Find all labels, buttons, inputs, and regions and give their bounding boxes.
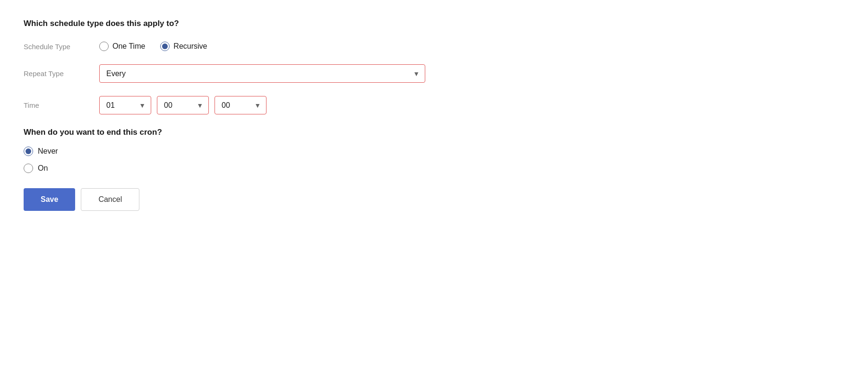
minute-select-wrapper: 00 15 30 45 ▼ [157, 96, 209, 114]
page-container: Which schedule type does this apply to? … [0, 0, 520, 230]
on-option[interactable]: On [24, 164, 496, 173]
on-radio[interactable] [24, 164, 33, 173]
recursive-radio[interactable] [160, 42, 170, 51]
minute-select[interactable]: 00 15 30 45 [157, 96, 209, 114]
time-group: 01 02 03 04 05 06 07 08 09 10 11 12 ▼ [99, 96, 266, 114]
end-section: When do you want to end this cron? Never… [24, 128, 496, 173]
schedule-section: Which schedule type does this apply to? … [24, 19, 496, 114]
on-label[interactable]: On [38, 164, 48, 173]
button-group: Save Cancel [24, 188, 496, 211]
hour-select[interactable]: 01 02 03 04 05 06 07 08 09 10 11 12 [99, 96, 151, 114]
cancel-button[interactable]: Cancel [81, 188, 139, 211]
schedule-section-title: Which schedule type does this apply to? [24, 19, 496, 28]
one-time-option[interactable]: One Time [99, 42, 145, 51]
recursive-option[interactable]: Recursive [160, 42, 207, 51]
never-option[interactable]: Never [24, 147, 496, 156]
time-label: Time [24, 101, 99, 109]
repeat-type-select[interactable]: Every Daily Weekly Monthly [99, 64, 425, 83]
repeat-type-select-wrapper: Every Daily Weekly Monthly ▼ [99, 64, 425, 83]
repeat-type-row: Repeat Type Every Daily Weekly Monthly ▼ [24, 64, 496, 83]
end-options-group: Never On [24, 147, 496, 173]
time-row: Time 01 02 03 04 05 06 07 08 09 10 11 [24, 96, 496, 114]
second-select[interactable]: 00 15 30 45 [215, 96, 266, 114]
one-time-label[interactable]: One Time [112, 42, 145, 51]
hour-select-wrapper: 01 02 03 04 05 06 07 08 09 10 11 12 ▼ [99, 96, 151, 114]
schedule-type-row: Schedule Type One Time Recursive [24, 42, 496, 51]
never-radio[interactable] [24, 147, 33, 156]
schedule-type-radio-group: One Time Recursive [99, 42, 207, 51]
save-button[interactable]: Save [24, 188, 75, 211]
never-label[interactable]: Never [38, 147, 58, 156]
repeat-type-label: Repeat Type [24, 70, 99, 78]
end-section-title: When do you want to end this cron? [24, 128, 496, 137]
one-time-radio[interactable] [99, 42, 109, 51]
schedule-type-label: Schedule Type [24, 43, 99, 51]
recursive-label[interactable]: Recursive [173, 42, 207, 51]
second-select-wrapper: 00 15 30 45 ▼ [215, 96, 266, 114]
